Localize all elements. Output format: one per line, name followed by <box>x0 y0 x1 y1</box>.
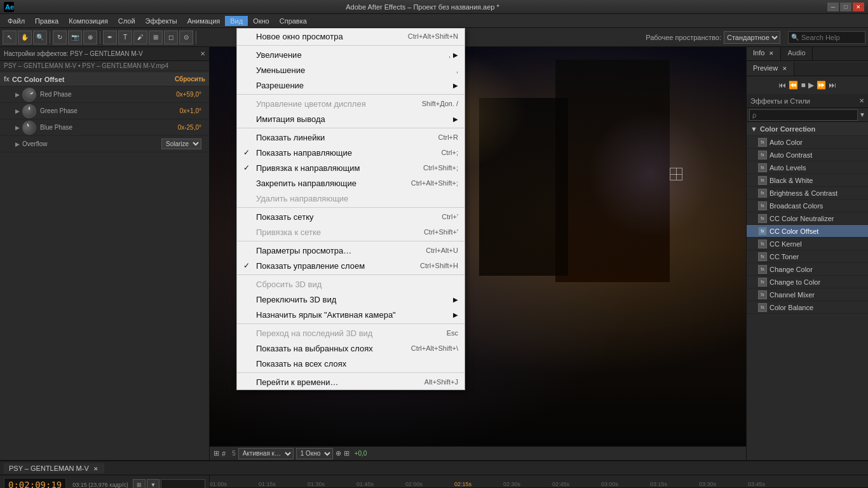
crosshair <box>670 168 682 180</box>
effects-source-label: PSY – GENTLEMAN M-V • PSY – GENTLEMAN M-… <box>0 61 209 71</box>
effect-broadcast-colors[interactable]: fx Broadcast Colors <box>747 200 868 212</box>
param-val-red[interactable]: 0x+59,0° <box>176 91 201 98</box>
category-color-correction[interactable]: ▼ Color Correction <box>747 122 868 136</box>
menu-effects[interactable]: Эффекты <box>140 16 182 26</box>
close-button[interactable]: ✕ <box>853 3 864 11</box>
knob-green[interactable] <box>22 104 37 118</box>
tool-text[interactable]: T <box>118 30 132 44</box>
menu-layer[interactable]: Слой <box>113 16 140 26</box>
main-toolbar: ↖ ✋ 🔍 ↻ 📷 ⊕ ✒ T 🖌 ⊞ ◻ ⊙ Рабочее простран… <box>0 28 868 47</box>
effects-styles-title: Эффекты и Стили <box>750 97 810 105</box>
tool-select[interactable]: ↖ <box>3 30 17 44</box>
menu-animation[interactable]: Анимация <box>182 16 226 26</box>
effect-channel-mixer[interactable]: fx Channel Mixer <box>747 288 868 301</box>
tool-brush[interactable]: 🖌 <box>133 30 147 44</box>
tl-search-input[interactable] <box>161 479 205 489</box>
tab-preview[interactable]: Preview ✕ <box>747 62 794 76</box>
tab-info[interactable]: Info ✕ <box>747 47 781 60</box>
effect-cc-toner[interactable]: fx CC Toner <box>747 250 868 263</box>
knob-red[interactable] <box>20 85 39 104</box>
effect-cc-offset[interactable]: fx CC Color Offset <box>747 225 868 238</box>
window-controls[interactable]: ─ □ ✕ <box>827 3 864 11</box>
ruler-mark-0: 01:00s <box>210 481 227 487</box>
effect-change-color[interactable]: fx Change Color <box>747 263 868 276</box>
chevron-blue[interactable]: ▶ <box>15 125 20 131</box>
preview-btn-info[interactable]: ⊞ <box>214 449 219 458</box>
ruler-mark-6: 02:30s <box>503 481 520 487</box>
mini-transport: ⏮ ⏪ ■ ▶ ⏩ ⏭ <box>749 79 865 92</box>
fps-label: 03:15 (23,976 кадр/c) <box>72 482 128 488</box>
tool-pen[interactable]: ✒ <box>103 30 117 44</box>
title-bar: Ae Adobe After Effects – Проект без назв… <box>0 0 868 14</box>
effect-auto-color[interactable]: fx Auto Color <box>747 136 868 149</box>
preview-btn-grid[interactable]: # <box>222 450 226 458</box>
effect-cc-neutralizer[interactable]: fx CC Color Neutralizer <box>747 212 868 225</box>
active-camera-select[interactable]: Активная к… <box>238 448 294 459</box>
minimize-button[interactable]: ─ <box>827 3 839 11</box>
param-name-overflow: Overflow <box>22 140 161 147</box>
view-layout-select[interactable]: 1 Окно <box>296 448 333 459</box>
effects-search-input[interactable] <box>749 109 858 121</box>
menu-composition[interactable]: Композиция <box>64 16 113 26</box>
param-val-green[interactable]: 0x+1,0° <box>180 107 201 114</box>
menu-edit[interactable]: Правка <box>30 16 64 26</box>
btn-to-end[interactable]: ⏭ <box>829 81 836 90</box>
chevron-green[interactable]: ▶ <box>15 108 20 114</box>
tool-hand[interactable]: ✋ <box>18 30 32 44</box>
preview-zoom-label: 5 <box>232 450 236 457</box>
tool-rotate[interactable]: ↻ <box>53 30 67 44</box>
menu-window[interactable]: Окно <box>248 16 275 26</box>
preview-area <box>210 47 746 446</box>
btn-prev-frame[interactable]: ⏪ <box>789 81 798 90</box>
effects-controls: fx CC Color Offset Сбросить ▶ Red Phase … <box>0 71 209 460</box>
video-light-1 <box>337 47 527 174</box>
overflow-select[interactable]: Solarize Wrap Clip <box>161 139 201 149</box>
tab-audio[interactable]: Audio <box>781 47 812 60</box>
param-val-blue[interactable]: 0x-25,0° <box>178 124 201 131</box>
menu-help[interactable]: Справка <box>275 16 312 26</box>
menu-view[interactable]: Вид <box>225 16 248 26</box>
search-dropdown-btn[interactable]: ▼ <box>859 111 865 118</box>
btn-to-start[interactable]: ⏮ <box>778 81 786 90</box>
btn-play[interactable]: ▶ <box>808 81 814 90</box>
menu-file[interactable]: Файл <box>3 16 30 26</box>
reset-button[interactable]: Сбросить <box>175 76 205 83</box>
effect-auto-levels[interactable]: fx Auto Levels <box>747 161 868 174</box>
effects-panel-header: Настройки эффектов: PSY – GENTLEMAN M-V … <box>0 47 209 61</box>
tool-zoom[interactable]: 🔍 <box>33 30 47 44</box>
effect-icon: fx <box>758 227 767 236</box>
timecode-value[interactable]: 0:02:09:19 <box>4 478 66 489</box>
tool-camera[interactable]: 📷 <box>68 30 82 44</box>
workspace-label: Рабочее пространство: <box>646 34 721 41</box>
tl-btn-2[interactable]: ▼ <box>147 479 159 489</box>
chevron-overflow[interactable]: ▶ <box>15 141 20 147</box>
btn-next-frame[interactable]: ⏩ <box>817 81 826 90</box>
tool-eraser[interactable]: ◻ <box>164 30 178 44</box>
effect-auto-contrast[interactable]: fx Auto Contrast <box>747 149 868 161</box>
effect-bw[interactable]: fx Black & White <box>747 174 868 187</box>
effect-cc-kernel[interactable]: fx CC Kernel <box>747 238 868 250</box>
maximize-button[interactable]: □ <box>840 3 851 11</box>
effect-icon: fx <box>758 240 767 248</box>
timeline-tab[interactable]: PSY – GENTLEMAN M-V ✕ <box>4 463 104 473</box>
tool-null[interactable]: ⊕ <box>83 30 97 44</box>
knob-blue[interactable] <box>20 118 38 137</box>
tool-clone[interactable]: ⊞ <box>149 30 163 44</box>
main-area: Настройки эффектов: PSY – GENTLEMAN M-V … <box>0 47 868 460</box>
search-help-input[interactable] <box>801 34 865 41</box>
preview-icon-1[interactable]: ⊕ <box>336 449 341 458</box>
toolbar-sep-1 <box>50 31 50 44</box>
tool-puppet[interactable]: ⊙ <box>179 30 193 44</box>
param-row-red: ▶ Red Phase 0x+59,0° <box>0 86 209 103</box>
effect-color-balance[interactable]: fx Color Balance <box>747 301 868 314</box>
preview-icon-2[interactable]: ⊞ <box>344 449 349 458</box>
effects-styles-close[interactable]: ✕ <box>859 97 864 104</box>
workspace-dropdown[interactable]: Стандартное <box>724 31 780 44</box>
tl-btn-1[interactable]: ⊞ <box>133 479 146 489</box>
bottom-section: PSY – GENTLEMAN M-V ✕ 0:02:09:19 03:15 (… <box>0 460 868 488</box>
effect-change-to-color[interactable]: fx Change to Color <box>747 276 868 288</box>
btn-stop[interactable]: ■ <box>801 81 805 90</box>
chevron-red[interactable]: ▶ <box>15 92 20 98</box>
effect-brightness-contrast[interactable]: fx Brightness & Contrast <box>747 187 868 200</box>
effects-panel-close[interactable]: ✕ <box>200 50 205 57</box>
